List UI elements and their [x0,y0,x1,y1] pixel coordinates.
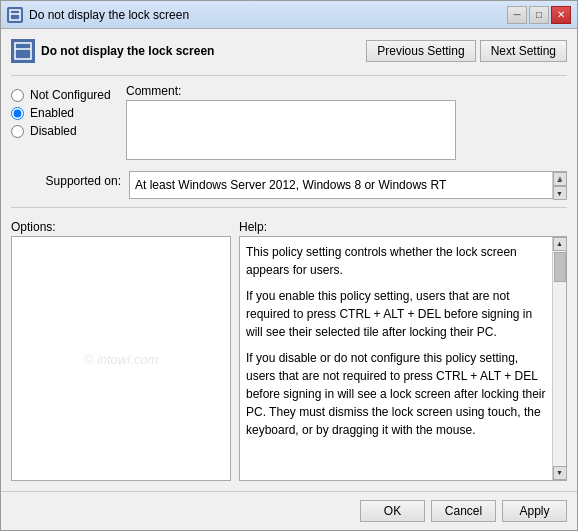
watermark: © intowi.com [84,351,159,366]
minimize-button[interactable]: ─ [507,6,527,24]
supported-row: Supported on: At least Windows Server 20… [11,171,567,199]
help-scroll-thumb[interactable] [554,252,566,282]
comment-label: Comment: [126,84,567,98]
help-scrollbar: ▲ ▼ [552,237,566,480]
previous-setting-button[interactable]: Previous Setting [366,40,475,62]
scroll-down-arrow[interactable]: ▼ [553,186,567,200]
policy-icon [11,39,35,63]
maximize-button[interactable]: □ [529,6,549,24]
disabled-radio[interactable] [11,125,24,138]
comment-textarea[interactable] [126,100,456,160]
title-bar: Do not display the lock screen ─ □ ✕ [1,1,577,29]
policy-title: Do not display the lock screen [41,44,214,58]
cancel-button[interactable]: Cancel [431,500,496,522]
title-bar-left: Do not display the lock screen [7,7,189,23]
help-scroll-up[interactable]: ▲ [553,237,567,251]
not-configured-label: Not Configured [30,88,111,102]
main-window: Do not display the lock screen ─ □ ✕ Do … [0,0,578,531]
supported-box: At least Windows Server 2012, Windows 8 … [129,171,567,199]
apply-button[interactable]: Apply [502,500,567,522]
not-configured-option[interactable]: Not Configured [11,88,126,102]
options-box: © intowi.com [11,236,231,481]
separator-1 [11,75,567,76]
window-controls: ─ □ ✕ [507,6,571,24]
footer: OK Cancel Apply [1,491,577,530]
help-paragraph-1: This policy setting controls whether the… [246,243,548,279]
scroll-up-arrow[interactable]: ▲ [553,172,567,186]
help-paragraph-2: If you enable this policy setting, users… [246,287,548,341]
help-label: Help: [239,220,567,234]
bottom-panels: Options: © intowi.com Help: ▲ ▼ This pol… [11,220,567,481]
policy-name-header: Do not display the lock screen [11,39,214,63]
options-label: Options: [11,220,231,234]
supported-value: At least Windows Server 2012, Windows 8 … [135,178,446,192]
help-panel: Help: ▲ ▼ This policy setting controls w… [239,220,567,481]
next-setting-button[interactable]: Next Setting [480,40,567,62]
enabled-radio[interactable] [11,107,24,120]
help-paragraph-3: If you disable or do not configure this … [246,349,548,439]
comment-section: Comment: [126,84,567,163]
help-scroll-down[interactable]: ▼ [553,466,567,480]
content-area: Do not display the lock screen Previous … [1,29,577,491]
window-title: Do not display the lock screen [29,8,189,22]
help-box[interactable]: ▲ ▼ This policy setting controls whether… [239,236,567,481]
svg-rect-2 [15,43,31,59]
radio-group: Not Configured Enabled Disabled [11,84,126,142]
enabled-label: Enabled [30,106,74,120]
separator-2 [11,207,567,208]
radio-group-container: Not Configured Enabled Disabled [11,84,126,163]
enabled-option[interactable]: Enabled [11,106,126,120]
svg-rect-0 [10,10,20,20]
radio-comment-row: Not Configured Enabled Disabled Comment: [11,84,567,163]
close-button[interactable]: ✕ [551,6,571,24]
not-configured-radio[interactable] [11,89,24,102]
navigation-buttons: Previous Setting Next Setting [366,40,567,62]
options-panel: Options: © intowi.com [11,220,231,481]
disabled-label: Disabled [30,124,77,138]
supported-scrollbar: ▲ ▼ [552,172,566,198]
ok-button[interactable]: OK [360,500,425,522]
supported-label: Supported on: [11,171,121,188]
header-row: Do not display the lock screen Previous … [11,39,567,63]
disabled-option[interactable]: Disabled [11,124,126,138]
window-icon [7,7,23,23]
